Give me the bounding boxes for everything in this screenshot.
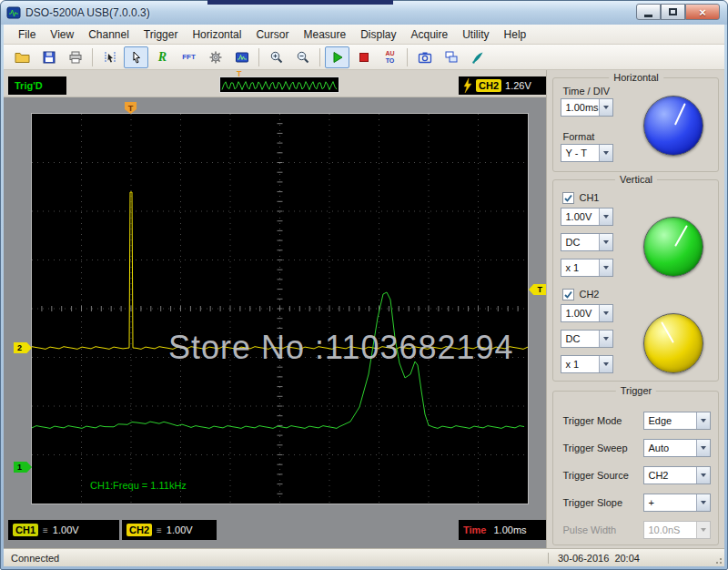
refresh-button[interactable]: R (150, 46, 175, 68)
control-panel: Horizontal Time / DIV 1.00ms Format Y - … (546, 70, 724, 548)
time-per-div: 1.00ms (493, 524, 526, 535)
trigger-sweep-label: Trigger Sweep (562, 443, 627, 453)
chevron-down-icon[interactable] (599, 356, 612, 372)
toolbar-separator (407, 48, 408, 66)
trigger-group-title: Trigger (616, 385, 656, 396)
horizontal-knob[interactable] (643, 96, 703, 156)
zoom-in-button[interactable] (264, 46, 288, 68)
app-window: DSO-5200A USB(7.0.0.3) × FileViewChannel… (0, 0, 728, 570)
fft-button[interactable]: FFT (177, 46, 201, 68)
oscilloscope-display[interactable]: Store No :1103682194 CH1:Frequ = 1.11kHz… (31, 113, 529, 504)
ch2-position-knob[interactable] (643, 313, 703, 373)
trigger-bolt-icon (463, 78, 472, 93)
chevron-down-icon[interactable] (599, 331, 612, 347)
ch2-enable-checkbox[interactable]: CH2 (562, 288, 599, 300)
trigger-level-value: 1.26V (505, 80, 531, 91)
printer-icon (68, 50, 83, 65)
background-window-sliver (207, 0, 393, 5)
ch2-volts-per-div: 1.00V (167, 524, 193, 535)
floppy-icon (42, 50, 56, 65)
trigger-slope-select[interactable]: + (643, 494, 711, 512)
maximize-button[interactable] (661, 4, 685, 20)
menu-item-utility[interactable]: Utility (455, 25, 496, 44)
checkbox-check-icon (562, 192, 574, 204)
cursor-lines-icon (103, 50, 117, 65)
capture-button[interactable] (412, 46, 437, 68)
waveform-preview[interactable] (219, 76, 339, 93)
trigger-mode-select[interactable]: Edge (643, 412, 711, 430)
chevron-down-icon[interactable] (599, 145, 612, 161)
annotate-button[interactable] (465, 46, 490, 68)
toolbar: R FFT AUTO (4, 45, 724, 70)
minimize-button[interactable] (636, 4, 661, 20)
connection-status: Connected (4, 553, 548, 564)
tile-windows-button[interactable] (439, 46, 463, 68)
ch2-coupling-icon: ≡ (157, 525, 162, 535)
ch1-probe-select[interactable]: x 1 (561, 259, 613, 277)
ch1-coupling-select[interactable]: DC (561, 233, 613, 251)
pointer-tool-button[interactable] (124, 46, 148, 68)
cursor-measure-button[interactable] (97, 46, 122, 68)
zoom-out-button[interactable] (290, 46, 315, 68)
chevron-down-icon[interactable] (599, 234, 612, 250)
save-button[interactable] (36, 46, 61, 68)
chevron-down-icon[interactable] (696, 467, 710, 483)
ch1-enable-checkbox[interactable]: CH1 (562, 191, 599, 204)
format-select[interactable]: Y - T (561, 144, 613, 162)
trigger-position-marker[interactable]: T (125, 102, 136, 114)
ch2-probe-select[interactable]: x 1 (561, 355, 613, 373)
waveform-view-button[interactable] (229, 46, 254, 68)
trigger-level-marker[interactable]: T (529, 284, 546, 295)
settings-button[interactable] (203, 46, 228, 68)
menu-item-acquire[interactable]: Acquire (404, 25, 456, 44)
stop-button[interactable] (351, 46, 376, 68)
chevron-down-icon[interactable] (599, 99, 612, 116)
menu-item-cursor[interactable]: Cursor (248, 25, 296, 44)
chevron-down-icon[interactable] (599, 260, 612, 276)
ch2-volts-select[interactable]: 1.00V (561, 304, 613, 322)
close-button[interactable]: × (685, 4, 720, 20)
ch1-position-marker[interactable]: 1 (14, 462, 32, 473)
trigger-slope-label: Trigger Slope (562, 497, 622, 508)
menu-item-channel[interactable]: Channel (81, 25, 136, 44)
menu-item-horizontal[interactable]: Horizontal (185, 25, 248, 44)
ch1-position-knob[interactable] (643, 217, 703, 277)
trigger-sweep-select[interactable]: Auto (643, 439, 711, 457)
chevron-down-icon (696, 522, 710, 538)
print-button[interactable] (63, 46, 87, 68)
resize-grip[interactable] (710, 549, 724, 566)
menu-item-file[interactable]: File (11, 25, 43, 44)
horizontal-group-title: Horizontal (609, 72, 663, 83)
chevron-down-icon[interactable] (696, 412, 710, 429)
close-icon: × (699, 6, 706, 18)
stop-icon (357, 50, 371, 65)
menu-item-display[interactable]: Display (353, 25, 403, 44)
menu-item-trigger[interactable]: Trigger (136, 25, 186, 44)
ch2-coupling-select[interactable]: DC (561, 330, 613, 348)
trigger-source-select[interactable]: CH2 (643, 466, 711, 484)
vertical-group: Vertical CH1 1.00V DC x 1 (552, 179, 719, 382)
menu-item-help[interactable]: Help (497, 25, 534, 44)
run-button[interactable] (325, 46, 349, 68)
menu-item-view[interactable]: View (43, 25, 81, 44)
autoset-button[interactable]: AUTO (378, 46, 402, 68)
open-file-button[interactable] (10, 46, 35, 68)
toolbar-separator (258, 48, 259, 66)
chevron-down-icon[interactable] (599, 209, 612, 225)
chevron-down-icon[interactable] (599, 305, 612, 321)
ch2-chip: CH2 (126, 524, 152, 536)
knob-pointer (675, 225, 689, 247)
fft-icon: FFT (182, 54, 196, 61)
waveform-chip-icon (235, 50, 249, 65)
menu-bar: FileViewChannelTriggerHorizontalCursorMe… (4, 25, 724, 45)
time-div-select[interactable]: 1.00ms (561, 98, 613, 117)
camera-icon (418, 50, 432, 65)
menu-item-measure[interactable]: Measure (296, 25, 353, 44)
time-scale-readout: Time 1.00ms (459, 520, 546, 540)
ch1-volts-select[interactable]: 1.00V (561, 208, 613, 226)
ch2-position-marker[interactable]: 2 (14, 342, 32, 353)
chevron-down-icon[interactable] (696, 440, 710, 456)
chevron-down-icon[interactable] (696, 494, 710, 511)
r-icon: R (158, 51, 167, 64)
ch2-scale-readout: CH2 ≡ 1.00V (122, 520, 217, 540)
